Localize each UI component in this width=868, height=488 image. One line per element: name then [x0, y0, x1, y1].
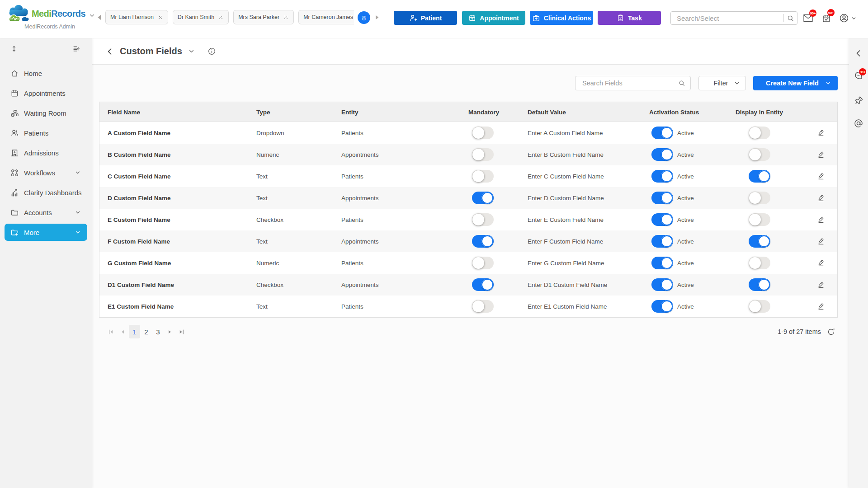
display-in-entity-toggle[interactable]	[749, 257, 770, 269]
pagination-page-1[interactable]: 1	[129, 325, 140, 338]
column-header[interactable]: Mandatory	[468, 102, 528, 122]
sidebar-item-label: Clarity Dashboards	[24, 189, 82, 197]
edit-row-button[interactable]	[817, 302, 825, 310]
toggle-knob	[481, 235, 493, 247]
pagination-prev-button[interactable]	[117, 325, 128, 338]
sidebar-item-appointments[interactable]: Appointments	[5, 84, 87, 102]
refresh-icon[interactable]	[827, 328, 835, 336]
info-icon[interactable]	[208, 47, 216, 56]
sidebar-item-waiting-room[interactable]: Waiting Room	[5, 104, 87, 122]
pagination-first-button[interactable]	[105, 325, 117, 338]
activation-toggle[interactable]	[651, 192, 673, 204]
collapse-menu-icon[interactable]	[72, 45, 81, 53]
column-header[interactable]: Default Value	[528, 102, 649, 122]
pin-icon	[854, 96, 863, 106]
patient-button[interactable]: Patient	[394, 11, 457, 25]
edit-row-button[interactable]	[817, 172, 825, 180]
clinical-actions-button[interactable]: Clinical Actions	[530, 11, 593, 25]
appointments-notifications-button[interactable]: 90+	[822, 14, 831, 23]
sidebar-item-admissions[interactable]: Admissions	[5, 144, 87, 161]
column-header[interactable]: Field Name	[108, 102, 256, 122]
tabs-scroll-right-icon[interactable]	[373, 14, 380, 21]
close-tab-icon[interactable]	[218, 14, 224, 20]
column-header[interactable]: Entity	[341, 102, 468, 122]
mandatory-toggle[interactable]	[472, 192, 494, 204]
column-header[interactable]: Type	[256, 102, 341, 122]
display-in-entity-toggle[interactable]	[749, 235, 770, 248]
table-search-input[interactable]	[576, 80, 678, 87]
create-new-field-button[interactable]: Create New Field	[753, 76, 838, 90]
chat-button[interactable]: 90+	[849, 70, 868, 80]
display-in-entity-toggle[interactable]	[749, 300, 770, 313]
table-search-icon[interactable]	[678, 80, 685, 87]
pagination-last-button[interactable]	[176, 325, 187, 338]
mandatory-toggle[interactable]	[472, 257, 494, 269]
patient-tab[interactable]: Mr Cameron James	[298, 10, 354, 24]
edit-row-button[interactable]	[817, 216, 825, 224]
activation-toggle[interactable]	[651, 235, 673, 248]
display-in-entity-toggle[interactable]	[749, 213, 770, 226]
activation-toggle[interactable]	[651, 213, 673, 226]
edit-row-button[interactable]	[817, 281, 825, 289]
mentions-button[interactable]	[849, 118, 868, 128]
mandatory-toggle[interactable]	[472, 213, 494, 226]
page-title-chevron-down-icon[interactable]	[188, 48, 195, 55]
collapse-panel-button[interactable]	[849, 49, 868, 58]
brand-chevron-down-icon[interactable]	[89, 12, 95, 19]
brand[interactable]: MediRecords MediRecords Admin	[7, 5, 98, 30]
mandatory-toggle[interactable]	[472, 148, 494, 161]
activation-toggle[interactable]	[651, 257, 673, 269]
close-tab-icon[interactable]	[157, 14, 163, 20]
edit-row-button[interactable]	[817, 194, 825, 202]
sidebar-item-home[interactable]: Home	[5, 65, 87, 82]
display-in-entity-toggle[interactable]	[749, 127, 770, 139]
mandatory-toggle[interactable]	[472, 278, 494, 291]
activation-toggle[interactable]	[651, 170, 673, 183]
pin-button[interactable]	[849, 96, 868, 106]
filter-button[interactable]: Filter	[698, 76, 746, 90]
display-in-entity-toggle[interactable]	[749, 170, 770, 183]
toggle-knob	[661, 170, 673, 182]
pagination-next-button[interactable]	[164, 325, 175, 338]
patient-tab[interactable]: Mrs Sara Parker	[233, 10, 294, 24]
mandatory-toggle[interactable]	[472, 235, 494, 248]
patient-tab[interactable]: Dr Karin Smith	[173, 10, 229, 24]
cell-type: Numeric	[256, 144, 341, 165]
activation-toggle[interactable]	[651, 148, 673, 161]
mandatory-toggle[interactable]	[472, 300, 494, 313]
appointment-button[interactable]: Appointment	[462, 11, 525, 25]
edit-row-button[interactable]	[817, 237, 825, 245]
sidebar-item-more[interactable]: More	[5, 224, 87, 241]
column-header[interactable]: Activation Status	[649, 102, 736, 122]
profile-button[interactable]	[839, 13, 849, 23]
search-icon[interactable]	[787, 14, 794, 22]
display-in-entity-toggle[interactable]	[749, 192, 770, 204]
tabs-scroll-left-icon[interactable]	[96, 14, 104, 21]
task-button[interactable]: Task	[598, 11, 661, 25]
back-icon[interactable]	[105, 47, 114, 56]
sidebar-item-clarity-dashboards[interactable]: Clarity Dashboards	[5, 184, 87, 201]
resize-vertical-icon[interactable]	[10, 45, 18, 53]
patient-tab[interactable]: Mr Liam Harrison	[105, 10, 168, 24]
activation-toggle[interactable]	[651, 127, 673, 139]
column-header[interactable]: Display in Entity	[736, 102, 809, 122]
global-search-input[interactable]	[671, 14, 783, 22]
edit-row-button[interactable]	[817, 259, 825, 267]
display-in-entity-toggle[interactable]	[749, 148, 770, 161]
activation-toggle[interactable]	[651, 300, 673, 313]
edit-row-button[interactable]	[817, 150, 825, 159]
sidebar-item-patients[interactable]: Patients	[5, 124, 87, 141]
sidebar-item-workflows[interactable]: Workflows	[5, 164, 87, 181]
edit-row-button[interactable]	[817, 129, 825, 137]
pagination-page-3[interactable]: 3	[152, 325, 164, 338]
mandatory-toggle[interactable]	[472, 170, 494, 183]
sidebar-item-accounts[interactable]: Accounts	[5, 204, 87, 221]
mandatory-toggle[interactable]	[472, 127, 494, 139]
display-in-entity-toggle[interactable]	[749, 278, 770, 291]
close-tab-icon[interactable]	[283, 14, 289, 20]
profile-chevron-down-icon[interactable]	[851, 15, 857, 21]
pagination-page-2[interactable]: 2	[141, 325, 152, 338]
messages-button[interactable]: 90+	[803, 14, 813, 22]
tab-overflow-badge[interactable]: 8	[358, 11, 370, 24]
activation-toggle[interactable]	[651, 278, 673, 291]
